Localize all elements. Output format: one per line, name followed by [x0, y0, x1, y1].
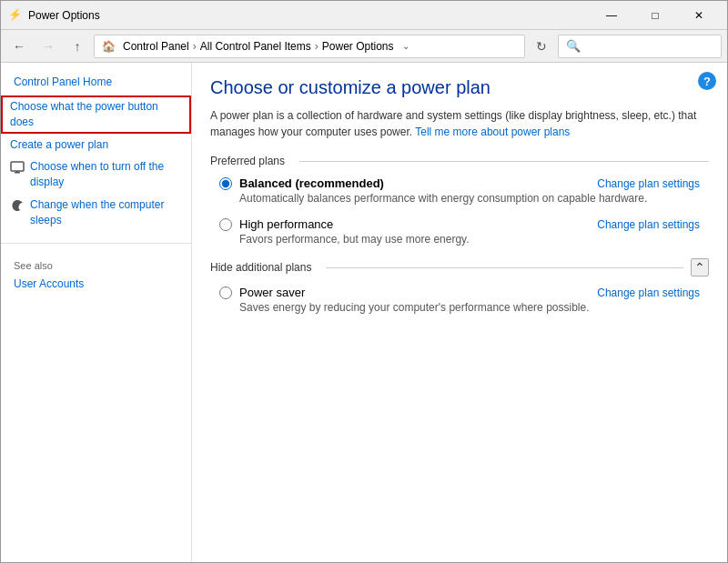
content-area: ? Control Panel Home Choose what the pow…	[1, 63, 727, 562]
plan-balanced-label[interactable]: Balanced (recommended)	[219, 176, 384, 190]
additional-plan-list: Power saver Change plan settings Saves e…	[210, 286, 709, 314]
preferred-plans-line	[299, 161, 709, 162]
page-description: A power plan is a collection of hardware…	[210, 107, 709, 140]
help-button[interactable]: ?	[698, 72, 716, 90]
sidebar-item-turn-off-display[interactable]: Choose when to turn off the display	[1, 156, 191, 194]
breadcrumb-current: Power Options	[322, 40, 394, 53]
plan-highperf-radio[interactable]	[219, 218, 232, 231]
sidebar: Control Panel Home Choose what the power…	[1, 63, 192, 562]
svg-rect-2	[16, 171, 18, 173]
search-icon: 🔍	[566, 39, 581, 53]
plan-list: Balanced (recommended) Change plan setti…	[210, 176, 709, 246]
hide-plans-line	[326, 267, 683, 268]
plan-balanced-change[interactable]: Change plan settings	[597, 177, 700, 190]
address-bar: ← → ↑ 🏠 Control Panel › All Control Pane…	[1, 30, 727, 63]
breadcrumb-sep-1: ›	[193, 40, 197, 53]
plan-highperf-change[interactable]: Change plan settings	[597, 218, 700, 231]
plan-highperf-label[interactable]: High performance	[219, 217, 333, 231]
sleep-icon	[10, 198, 25, 213]
sidebar-user-accounts-link[interactable]: User Accounts	[1, 275, 191, 293]
display-icon	[10, 160, 25, 175]
sidebar-item-computer-sleeps[interactable]: Change when the computer sleeps	[1, 194, 191, 232]
refresh-button[interactable]: ↻	[529, 35, 554, 58]
title-bar: ⚡ Power Options — □ ✕	[1, 1, 727, 30]
window-icon: ⚡	[8, 8, 23, 23]
plan-item-power-saver-header: Power saver Change plan settings	[219, 286, 700, 299]
plan-item-high-performance-header: High performance Change plan settings	[219, 217, 700, 231]
plan-item-balanced-header: Balanced (recommended) Change plan setti…	[219, 176, 700, 190]
address-icon: 🏠	[102, 40, 116, 53]
collapse-additional-plans-button[interactable]: ⌃	[691, 258, 709, 276]
plan-item-power-saver: Power saver Change plan settings Saves e…	[219, 286, 700, 314]
plan-powersaver-radio[interactable]	[219, 287, 232, 299]
see-also-label: See also	[1, 255, 191, 275]
back-button[interactable]: ←	[6, 35, 32, 58]
maximize-button[interactable]: □	[634, 1, 676, 30]
plan-powersaver-label[interactable]: Power saver	[219, 286, 305, 299]
preferred-plans-label: Preferred plans	[210, 155, 285, 167]
plan-highperf-desc: Favors performance, but may use more ene…	[239, 233, 700, 246]
plan-balanced-name: Balanced (recommended)	[239, 176, 384, 190]
breadcrumb-2[interactable]: All Control Panel Items	[200, 40, 311, 53]
window-controls: — □ ✕	[591, 1, 720, 30]
sidebar-link-text-4: Change when the computer sleeps	[30, 197, 182, 228]
sidebar-item-create-power-plan[interactable]: Create a power plan	[1, 134, 191, 156]
sidebar-divider	[1, 243, 191, 244]
breadcrumb-sep-2: ›	[315, 40, 318, 53]
minimize-button[interactable]: —	[591, 1, 632, 30]
main-content: Choose or customize a power plan A power…	[192, 63, 727, 562]
address-field[interactable]: 🏠 Control Panel › All Control Panel Item…	[94, 35, 525, 58]
main-window: ⚡ Power Options — □ ✕ ← → ↑ 🏠 Control Pa…	[0, 0, 728, 563]
description-link[interactable]: Tell me more about power plans	[415, 126, 570, 138]
hide-additional-plans-header: Hide additional plans ⌃	[210, 258, 709, 276]
sidebar-link-text: Choose what the power button does	[10, 99, 182, 130]
window-title: Power Options	[28, 9, 591, 22]
close-button[interactable]: ✕	[678, 1, 720, 30]
breadcrumb-1[interactable]: Control Panel	[123, 40, 189, 53]
plan-highperf-name: High performance	[239, 217, 333, 231]
forward-button[interactable]: →	[35, 35, 61, 58]
hide-plans-label: Hide additional plans	[210, 261, 311, 274]
plan-item-high-performance: High performance Change plan settings Fa…	[219, 217, 700, 246]
sidebar-home-link[interactable]: Control Panel Home	[1, 72, 191, 96]
plan-balanced-desc: Automatically balances performance with …	[239, 192, 700, 205]
address-dropdown-icon[interactable]: ⌄	[402, 41, 410, 51]
plan-powersaver-desc: Saves energy by reducing your computer's…	[239, 301, 700, 314]
plan-powersaver-name: Power saver	[239, 286, 305, 299]
plan-balanced-radio[interactable]	[219, 177, 232, 190]
preferred-plans-header: Preferred plans	[210, 155, 709, 167]
sidebar-link-text-3: Choose when to turn off the display	[30, 159, 182, 190]
plan-item-balanced: Balanced (recommended) Change plan setti…	[219, 176, 700, 205]
search-box: 🔍	[558, 35, 722, 58]
plan-powersaver-change[interactable]: Change plan settings	[597, 287, 700, 299]
page-title: Choose or customize a power plan	[210, 77, 709, 98]
sidebar-item-choose-power-button[interactable]: Choose what the power button does	[1, 96, 191, 134]
sidebar-link-text-2: Create a power plan	[10, 137, 182, 153]
up-button[interactable]: ↑	[65, 35, 90, 58]
svg-rect-0	[11, 162, 24, 171]
